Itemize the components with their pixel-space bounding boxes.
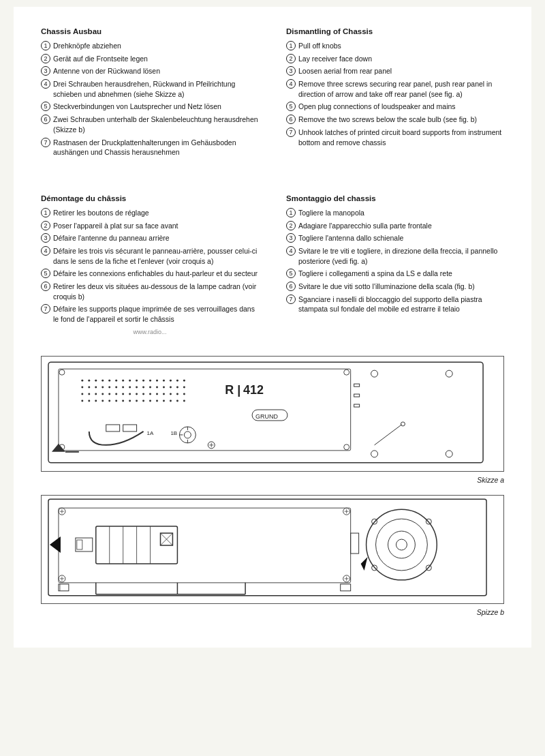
svg-text:412: 412 [243, 383, 264, 397]
item-text: Antenne von der Rückwand lösen [53, 66, 160, 76]
svg-text:1A: 1A [147, 430, 154, 436]
svg-point-3 [344, 369, 349, 375]
item-num: 3 [286, 233, 296, 243]
svg-point-26 [108, 386, 110, 388]
svg-point-67 [170, 399, 172, 402]
svg-point-5 [344, 444, 349, 450]
list-item: 2Gerät auf die Frontseite legen [41, 54, 259, 64]
svg-point-25 [102, 386, 104, 388]
svg-point-63 [142, 399, 144, 402]
item-text: Zwei Schrauben unterhalb der Skalenbeleu… [53, 115, 259, 134]
svg-point-62 [136, 399, 138, 402]
list-item: 7Sganciare i naselli di bloccaggio del s… [286, 294, 504, 314]
item-num: 4 [41, 246, 50, 256]
svg-point-40 [95, 393, 97, 395]
item-num: 2 [41, 54, 50, 63]
list-item: 1Retirer les boutons de réglage [41, 208, 259, 218]
item-num: 5 [41, 102, 50, 111]
svg-point-27 [115, 386, 117, 388]
italian-title: Smontaggio del chassis [286, 194, 504, 202]
item-num: 5 [41, 269, 50, 278]
item-num: 1 [41, 41, 50, 50]
svg-point-32 [149, 386, 151, 388]
svg-point-91 [401, 422, 405, 426]
item-num: 2 [286, 221, 296, 230]
item-num: 5 [286, 269, 296, 278]
list-item: 3Loosen aerial from rear panel [286, 66, 504, 76]
item-text: Adagiare l'apparecchio sulla parte front… [298, 221, 432, 231]
item-num: 4 [286, 246, 296, 256]
item-text: Open plug connections of loudspeaker and… [298, 102, 456, 112]
svg-point-22 [81, 386, 83, 388]
svg-point-50 [163, 393, 165, 395]
diagram-a-label: Skizze a [41, 476, 504, 484]
svg-point-14 [136, 379, 138, 381]
svg-point-44 [122, 393, 124, 395]
list-item: 1Pull off knobs [286, 41, 504, 51]
list-item: 1Drehknöpfe abziehen [41, 41, 259, 51]
list-item: 4Svitare le tre viti e togliere, in dire… [286, 246, 504, 266]
diagram-b-container [41, 495, 504, 604]
svg-point-6 [81, 379, 83, 381]
svg-point-122 [388, 531, 416, 558]
svg-point-55 [88, 399, 90, 402]
svg-point-30 [136, 386, 138, 388]
svg-point-51 [170, 393, 172, 395]
svg-rect-139 [341, 584, 351, 591]
svg-rect-88 [354, 394, 360, 397]
item-text: Lay receiver face down [298, 54, 372, 64]
diagram-a-container: R | 412 GRUND 1A 1B [41, 356, 504, 472]
list-item: 3Défaire l'antenne du panneau arrière [41, 233, 259, 243]
svg-point-123 [396, 539, 407, 550]
svg-text:GRUND: GRUND [255, 413, 278, 420]
item-text: Togliere i collegamenti a spina da LS e … [298, 269, 452, 279]
svg-point-53 [183, 393, 185, 395]
item-num: 6 [286, 115, 296, 124]
list-item: 2Poser l'appareil à plat sur sa face ava… [41, 221, 259, 231]
item-num: 3 [41, 233, 50, 243]
svg-text:R: R [225, 383, 234, 397]
svg-line-90 [375, 425, 402, 445]
item-text: Rastnasen der Druckplattenhalterungen im… [53, 138, 259, 157]
list-item: 2Lay receiver face down [286, 54, 504, 64]
item-text: Poser l'appareil à plat sur sa face avan… [53, 221, 178, 231]
svg-point-48 [149, 393, 151, 395]
svg-rect-76 [123, 425, 137, 432]
list-item: 6Retirer les deux vis situées au-dessous… [41, 282, 259, 301]
list-item: 3Togliere l'antenna dallo schienale [286, 233, 504, 243]
svg-point-60 [122, 399, 124, 402]
svg-point-23 [88, 386, 90, 388]
svg-marker-128 [50, 536, 61, 553]
item-text: Unhook latches of printed circuit board … [298, 127, 504, 147]
svg-point-41 [102, 393, 104, 395]
svg-rect-136 [351, 533, 359, 554]
french-section: Démontage du châssis 1Retirer les bouton… [41, 194, 259, 335]
svg-point-54 [81, 399, 83, 402]
svg-point-24 [95, 386, 97, 388]
list-item: 7Rastnasen der Druckplattenhalterungen i… [41, 138, 259, 157]
divider-1 [41, 181, 504, 194]
svg-point-56 [95, 399, 97, 402]
list-item: 5Steckverbindungen von Lautsprecher und … [41, 102, 259, 112]
item-text: Remove three screws securing rear panel,… [298, 79, 504, 99]
german-list: 1Drehknöpfe abziehen 2Gerät auf die Fron… [41, 41, 259, 157]
list-item: 5Togliere i collegamenti a spina da LS e… [286, 269, 504, 279]
watermark: www.radio... [41, 329, 259, 335]
item-text: Svitare le tre viti e togliere, in direz… [298, 246, 504, 266]
svg-point-29 [129, 386, 131, 388]
italian-list: 1Togliere la manopola 2Adagiare l'appare… [286, 208, 504, 314]
svg-point-38 [81, 393, 83, 395]
list-item: 5Open plug connections of loudspeaker an… [286, 102, 504, 112]
item-num: 4 [286, 79, 296, 89]
svg-point-57 [102, 399, 104, 402]
svg-point-17 [156, 379, 158, 381]
list-item: 6Remove the two screws below the scale b… [286, 115, 504, 125]
english-section: Dismantling of Chassis 1Pull off knobs 2… [286, 27, 504, 160]
item-num: 2 [286, 54, 296, 63]
svg-point-10 [108, 379, 110, 381]
svg-point-45 [129, 393, 131, 395]
item-text: Drehknöpfe abziehen [53, 41, 121, 51]
svg-point-94 [371, 370, 378, 377]
german-section: Chassis Ausbau 1Drehknöpfe abziehen 2Ger… [41, 27, 259, 160]
item-text: Défaire l'antenne du panneau arrière [53, 233, 170, 243]
